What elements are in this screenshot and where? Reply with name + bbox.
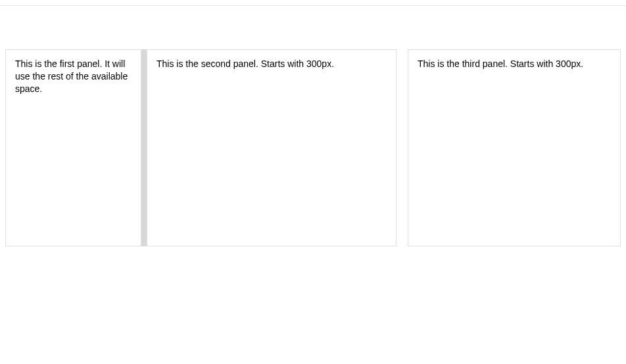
panel-second-text: This is the second panel. Starts with 30… [156,58,387,70]
panel-gap [397,49,408,246]
top-separator [0,5,626,6]
splitter-handle[interactable] [141,49,147,246]
panel-first-text: This is the first panel. It will use the… [15,58,132,95]
panel-third-text: This is the third panel. Starts with 300… [418,58,611,70]
panel-container: This is the first panel. It will use the… [0,49,626,246]
panel-third: This is the third panel. Starts with 300… [408,49,621,246]
panel-second: This is the second panel. Starts with 30… [147,49,397,246]
panel-first: This is the first panel. It will use the… [5,49,141,246]
